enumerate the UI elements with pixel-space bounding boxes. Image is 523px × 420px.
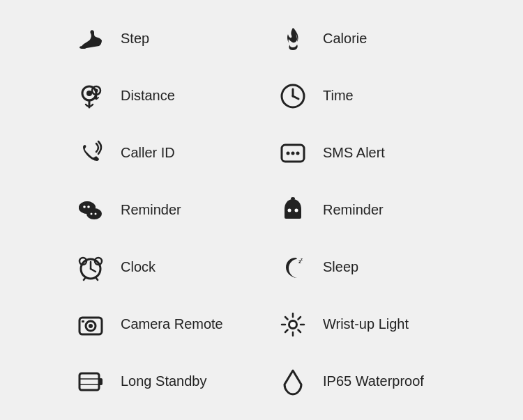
svg-line-43 <box>298 317 301 320</box>
svg-text:z: z <box>301 257 303 261</box>
svg-point-15 <box>83 205 86 208</box>
time-label: Time <box>323 88 354 104</box>
svg-line-27 <box>91 269 96 272</box>
caller-id-label: Caller ID <box>121 145 175 161</box>
feature-wrist-up: Wrist-up Light <box>262 296 464 353</box>
feature-camera-remote: Camera Remote <box>59 296 262 353</box>
svg-line-7 <box>293 96 298 99</box>
svg-rect-47 <box>99 378 103 385</box>
svg-line-42 <box>298 329 301 332</box>
sleep-icon: z z <box>275 250 310 285</box>
svg-point-10 <box>291 151 295 155</box>
svg-point-20 <box>288 208 291 212</box>
svg-point-45 <box>290 322 296 327</box>
svg-point-9 <box>287 151 290 155</box>
svg-point-18 <box>95 212 97 215</box>
feature-wechat-reminder: Reminder <box>59 182 262 239</box>
feature-sleep: z z Sleep <box>262 239 464 296</box>
svg-point-0 <box>79 46 86 49</box>
svg-point-16 <box>87 205 90 208</box>
svg-line-29 <box>96 277 98 280</box>
feature-caller-id: Caller ID <box>59 125 262 182</box>
svg-line-41 <box>285 317 288 320</box>
svg-point-14 <box>79 201 96 214</box>
sms-alert-icon <box>275 136 310 171</box>
feature-sms-alert: SMS Alert <box>262 125 464 182</box>
feature-calorie: Calorie <box>262 10 464 68</box>
step-icon <box>73 22 108 56</box>
feature-time: Time <box>262 68 464 125</box>
svg-point-21 <box>295 208 298 212</box>
feature-clock: Clock <box>59 239 262 296</box>
svg-point-17 <box>91 212 93 215</box>
features-grid: Step Calorie <box>59 10 464 410</box>
clock-label: Clock <box>121 259 156 275</box>
feature-bell-reminder: Reminder <box>262 182 464 239</box>
caller-id-icon <box>73 136 108 171</box>
wechat-reminder-label: Reminder <box>121 202 181 218</box>
camera-remote-label: Camera Remote <box>121 316 223 332</box>
svg-point-11 <box>296 151 300 155</box>
wechat-icon <box>73 193 108 228</box>
bell-icon <box>275 193 310 228</box>
wrist-up-label: Wrist-up Light <box>323 316 409 332</box>
feature-distance: Distance <box>59 68 262 125</box>
distance-icon <box>73 79 108 114</box>
bell-reminder-label: Reminder <box>323 202 384 218</box>
camera-remote-icon <box>73 307 108 342</box>
svg-line-44 <box>285 329 288 332</box>
feature-step: Step <box>59 10 262 68</box>
svg-point-2 <box>86 91 92 96</box>
time-icon <box>275 79 310 114</box>
svg-rect-19 <box>285 216 301 219</box>
step-label: Step <box>121 31 149 47</box>
feature-long-standby: Long Standby <box>59 353 262 410</box>
wrist-up-icon <box>275 307 310 342</box>
svg-point-22 <box>291 197 295 200</box>
calorie-label: Calorie <box>323 31 367 47</box>
distance-label: Distance <box>121 88 175 104</box>
svg-rect-35 <box>82 320 84 322</box>
clock-icon <box>73 250 108 285</box>
svg-point-4 <box>95 88 98 92</box>
svg-point-34 <box>89 324 93 328</box>
calorie-icon <box>275 22 310 56</box>
long-standby-label: Long Standby <box>121 373 206 389</box>
sms-alert-label: SMS Alert <box>323 145 385 161</box>
battery-icon <box>73 364 108 399</box>
svg-rect-46 <box>79 373 99 390</box>
water-icon <box>275 364 310 399</box>
feature-waterproof: IP65 Waterproof <box>262 353 464 410</box>
svg-line-28 <box>84 277 86 280</box>
waterproof-label: IP65 Waterproof <box>323 373 424 389</box>
sleep-label: Sleep <box>323 259 358 275</box>
